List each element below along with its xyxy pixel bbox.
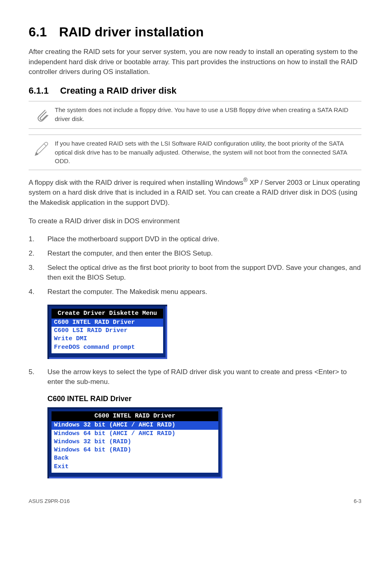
note-block-usb-floppy: The system does not include a floppy dri…: [29, 101, 361, 129]
step-number: 3.: [29, 263, 47, 283]
section-title-text: RAID driver installation: [59, 25, 204, 39]
menu-title-bar: C600 INTEL RAID Driver: [52, 411, 218, 421]
list-item: 4.Restart the computer. The Makedisk men…: [29, 287, 361, 297]
menu-item: Windows 64 bit (RAID): [54, 447, 216, 453]
step-text: Restart the computer, and then enter the…: [47, 249, 361, 259]
list-item: 2.Restart the computer, and then enter t…: [29, 249, 361, 259]
menu-item: Windows 64 bit (AHCI / AHCI RAID): [54, 430, 216, 437]
list-item: 1.Place the motherboard support DVD in t…: [29, 234, 361, 245]
menu-item-selected: C600 INTEL RAID Driver: [52, 319, 163, 327]
step-text: Place the motherboard support DVD in the…: [47, 234, 361, 245]
page-footer: ASUS Z9PR-D16 6-3: [29, 498, 361, 504]
menu-item: FreeDOS command prompt: [54, 344, 161, 351]
footer-page-number: 6-3: [354, 498, 361, 504]
menu-item: Windows 32 bit (RAID): [54, 438, 216, 445]
text-segment: A floppy disk with the RAID driver is re…: [29, 179, 243, 186]
c600-intel-menu: C600 INTEL RAID Driver Windows 32 bit (A…: [47, 407, 361, 478]
makedisk-menu: Create Driver Diskette Menu C600 INTEL R…: [47, 305, 361, 359]
section-heading: 6.1RAID driver installation: [29, 25, 361, 40]
menu-item: Exit: [54, 463, 216, 470]
note-text: The system does not include a floppy dri…: [55, 105, 361, 123]
menu-item: Back: [54, 455, 216, 462]
menu-item: Write DMI: [54, 335, 161, 342]
step-number: 5.: [29, 367, 47, 387]
step-text: Select the optical drive as the first bo…: [47, 263, 361, 283]
step-number: 2.: [29, 249, 47, 259]
c600-intel-heading: C600 INTEL RAID Driver: [47, 395, 361, 403]
steps-list: 1.Place the motherboard support DVD in t…: [29, 234, 361, 297]
menu-body: Windows 64 bit (AHCI / AHCI RAID) Window…: [52, 430, 218, 473]
section-number: 6.1: [29, 25, 47, 40]
menu-item-selected: Windows 32 bit (AHCI / AHCI RAID): [52, 421, 218, 429]
step-number: 4.: [29, 287, 47, 297]
menu-inner: C600 INTEL RAID Driver Windows 32 bit (A…: [52, 411, 218, 473]
menu-frame: C600 INTEL RAID Driver Windows 32 bit (A…: [47, 407, 222, 478]
note-text: If you have created RAID sets with the L…: [55, 139, 361, 166]
menu-title-bar: Create Driver Diskette Menu: [52, 309, 163, 319]
subsection-heading: 6.1.1Creating a RAID driver disk: [29, 85, 361, 96]
menu-inner: Create Driver Diskette Menu C600 INTEL R…: [52, 309, 163, 353]
step-text: Use the arrow keys to select the type of…: [47, 367, 361, 387]
list-item: 5.Use the arrow keys to select the type …: [29, 367, 361, 387]
footer-product: ASUS Z9PR-D16: [29, 498, 69, 504]
step-text: Restart the computer. The Makedisk menu …: [47, 287, 361, 297]
floppy-paragraph: A floppy disk with the RAID driver is re…: [29, 176, 361, 208]
menu-frame: Create Driver Diskette Menu C600 INTEL R…: [47, 305, 167, 359]
paperclip-icon: [29, 105, 55, 124]
intro-paragraph: After creating the RAID sets for your se…: [29, 47, 361, 77]
subsection-title-text: Creating a RAID driver disk: [60, 85, 177, 96]
menu-item: C600 LSI RAID Driver: [54, 327, 161, 334]
steps-list-continued: 5.Use the arrow keys to select the type …: [29, 367, 361, 387]
subsection-number: 6.1.1: [29, 85, 49, 96]
list-item: 3.Select the optical drive as the first …: [29, 263, 361, 283]
pencil-note-icon: [29, 139, 55, 158]
menu-body: C600 LSI RAID Driver Write DMI FreeDOS c…: [52, 327, 163, 353]
registered-mark: ®: [243, 177, 247, 183]
dos-paragraph: To create a RAID driver disk in DOS envi…: [29, 216, 361, 227]
step-number: 1.: [29, 234, 47, 245]
note-block-lsi: If you have created RAID sets with the L…: [29, 135, 361, 170]
